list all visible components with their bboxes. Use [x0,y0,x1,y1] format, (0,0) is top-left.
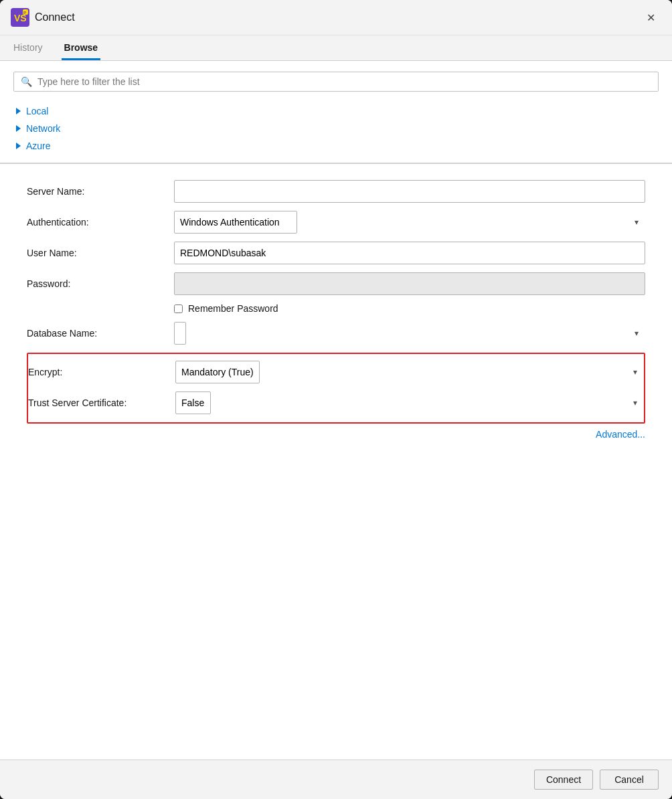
tree-local-label: Local [26,106,48,116]
server-name-row: Server Name: [27,180,645,203]
title-bar: VS P Connect ✕ [0,0,672,35]
remember-password-label: Remember Password [188,303,278,314]
search-icon: 🔍 [21,76,32,87]
search-box[interactable]: 🔍 [13,72,659,92]
encrypt-select-wrapper: Mandatory (True) Optional (False) Strict… [175,361,644,383]
app-icon: VS P [11,8,29,27]
tree-item-local[interactable]: Local [13,102,659,120]
tree-azure-label: Azure [26,141,51,151]
password-row: Password: [27,272,645,295]
encrypt-label: Encrypt: [28,367,175,377]
dialog-footer: Connect Cancel [0,760,672,799]
username-input[interactable] [174,242,645,264]
password-input[interactable] [174,272,645,295]
close-button[interactable]: ✕ [640,7,661,28]
password-label: Password: [27,278,174,289]
chevron-local-icon [16,108,21,114]
highlighted-section: Encrypt: Mandatory (True) Optional (Fals… [27,353,645,424]
remember-password-row: Remember Password [27,303,645,314]
authentication-label: Authentication: [27,217,174,228]
server-name-input[interactable] [174,180,645,203]
database-name-label: Database Name: [27,328,174,339]
remember-password-checkbox[interactable] [174,304,183,313]
tree-item-network[interactable]: Network [13,120,659,137]
trust-cert-row: Trust Server Certificate: False True [28,391,644,420]
trust-cert-select-wrapper: False True [175,391,644,414]
connect-button[interactable]: Connect [534,770,593,790]
authentication-row: Authentication: Windows Authentication S… [27,211,645,234]
advanced-link[interactable]: Advanced... [596,429,645,440]
tab-browse[interactable]: Browse [62,35,101,60]
svg-text:P: P [23,11,26,15]
title-bar-left: VS P Connect [11,8,75,27]
trust-cert-select[interactable]: False True [175,391,211,414]
username-label: User Name: [27,248,174,258]
database-name-select[interactable] [174,322,186,345]
connect-dialog: VS P Connect ✕ History Browse 🔍 Local Ne… [0,0,672,799]
trust-cert-label: Trust Server Certificate: [28,397,175,408]
authentication-select[interactable]: Windows Authentication SQL Server Authen… [174,211,297,234]
advanced-row: Advanced... [27,424,645,442]
tabs-area: History Browse [0,35,672,60]
search-input[interactable] [37,76,651,87]
tab-history[interactable]: History [11,35,46,60]
dialog-title: Connect [35,11,75,23]
form-area: Server Name: Authentication: Windows Aut… [0,164,672,760]
tree-item-azure[interactable]: Azure [13,137,659,155]
username-row: User Name: [27,242,645,264]
chevron-azure-icon [16,143,21,149]
encrypt-select[interactable]: Mandatory (True) Optional (False) Strict… [175,361,260,383]
database-name-row: Database Name: [27,322,645,345]
tree-network-label: Network [26,123,60,134]
cancel-button[interactable]: Cancel [600,770,659,790]
chevron-network-icon [16,125,21,132]
database-name-select-wrapper [174,322,645,345]
server-name-label: Server Name: [27,186,174,197]
authentication-select-wrapper: Windows Authentication SQL Server Authen… [174,211,645,234]
browse-panel: 🔍 Local Network Azure [0,61,672,163]
encrypt-row: Encrypt: Mandatory (True) Optional (Fals… [28,355,644,383]
